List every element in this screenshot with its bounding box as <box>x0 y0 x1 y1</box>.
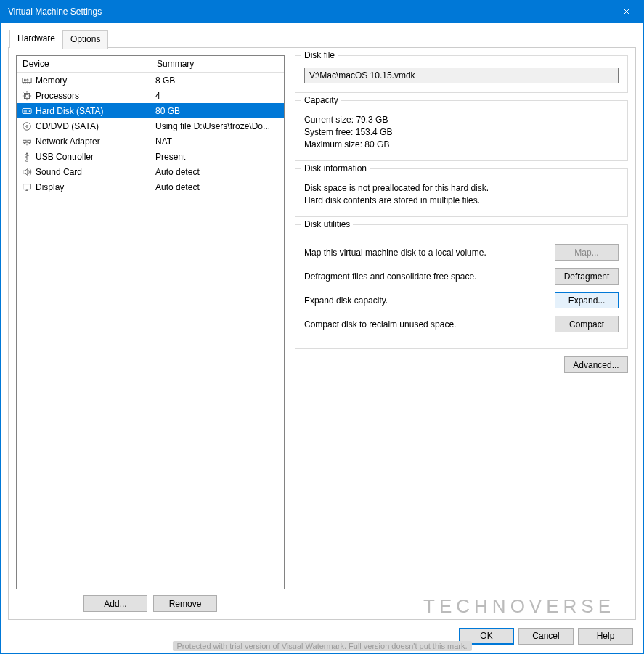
device-row[interactable]: Network AdapterNAT <box>17 134 284 149</box>
group-disk-info: Disk information Disk space is not preal… <box>295 168 628 217</box>
expand-button[interactable]: Expand... <box>555 292 619 308</box>
capacity-current: Current size: 79.3 GB <box>304 115 619 125</box>
column-device[interactable]: Device <box>17 56 151 72</box>
device-row[interactable]: CD/DVD (SATA)Using file D:\Users\froze\D… <box>17 118 284 134</box>
label: Current size: <box>304 115 354 125</box>
value: 153.4 GB <box>356 127 393 137</box>
memory-icon <box>21 75 33 86</box>
defragment-button[interactable]: Defragment <box>555 268 619 285</box>
help-button[interactable]: Help <box>578 628 633 645</box>
group-disk-utilities: Disk utilities Map this virtual machine … <box>295 224 628 349</box>
device-row[interactable]: Processors4 <box>17 88 284 103</box>
vm-settings-window: Virtual Machine Settings Hardware Option… <box>0 0 644 654</box>
display-icon <box>21 181 33 193</box>
util-compact-label: Compact disk to reclaim unused space. <box>304 319 555 330</box>
group-legend: Disk information <box>301 163 370 173</box>
window-title: Virtual Machine Settings <box>8 7 610 17</box>
cpu-icon <box>21 90 33 102</box>
watermark-notice: Protected with trial version of Visual W… <box>172 641 471 651</box>
util-expand-label: Expand disk capacity. <box>304 295 555 306</box>
device-summary: 4 <box>155 91 281 101</box>
value: 80 GB <box>364 139 389 150</box>
label: System free: <box>304 127 353 137</box>
device-name: Memory <box>36 75 155 86</box>
usb-icon <box>21 151 33 163</box>
close-button[interactable] <box>610 1 643 23</box>
value: 79.3 GB <box>356 115 388 125</box>
cd-icon <box>21 120 33 132</box>
hdd-icon <box>21 105 33 117</box>
group-disk-file: Disk file <box>295 55 628 93</box>
svg-point-6 <box>26 125 28 127</box>
svg-rect-9 <box>23 184 31 189</box>
device-row[interactable]: Sound CardAuto detect <box>17 164 284 179</box>
util-map-label: Map this virtual machine disk to a local… <box>304 248 555 258</box>
tab-panel: Device Summary Memory8 GBProcessors4Hard… <box>8 47 636 620</box>
device-name: USB Controller <box>36 152 155 162</box>
sound-icon <box>21 166 33 178</box>
tab-strip: Hardware Options <box>9 30 636 48</box>
net-icon <box>21 136 33 147</box>
disk-file-path[interactable] <box>304 68 619 83</box>
cancel-button[interactable]: Cancel <box>518 628 574 645</box>
svg-point-4 <box>29 110 30 112</box>
device-buttons: Add... Remove <box>16 595 285 612</box>
tab-label: Hardware <box>17 33 55 44</box>
tab-label: Options <box>70 34 100 44</box>
advanced-row: Advanced... <box>295 356 628 373</box>
device-summary: Using file D:\Users\froze\Do... <box>155 121 281 131</box>
svg-rect-8 <box>28 140 30 143</box>
capacity-free: System free: 153.4 GB <box>304 127 619 137</box>
tab-options[interactable]: Options <box>62 30 108 49</box>
group-legend: Capacity <box>301 95 341 105</box>
left-panel: Device Summary Memory8 GBProcessors4Hard… <box>16 55 285 612</box>
device-list[interactable]: Device Summary Memory8 GBProcessors4Hard… <box>16 55 285 589</box>
group-legend: Disk utilities <box>301 219 353 229</box>
column-summary[interactable]: Summary <box>151 56 284 72</box>
util-defrag-label: Defragment files and consolidate free sp… <box>304 271 555 282</box>
device-summary: Present <box>155 152 281 162</box>
device-row[interactable]: Hard Disk (SATA)80 GB <box>17 103 284 118</box>
device-name: Sound Card <box>36 167 155 177</box>
tab-hardware[interactable]: Hardware <box>9 30 63 48</box>
device-summary: Auto detect <box>155 167 281 177</box>
svg-rect-7 <box>23 140 26 143</box>
device-row[interactable]: USB ControllerPresent <box>17 149 284 164</box>
device-name: CD/DVD (SATA) <box>36 121 155 131</box>
svg-point-5 <box>23 122 31 130</box>
label: Maximum size: <box>304 139 362 150</box>
device-summary: Auto detect <box>155 182 281 192</box>
group-capacity: Capacity Current size: 79.3 GB System fr… <box>295 100 628 161</box>
device-summary: 80 GB <box>155 106 281 116</box>
device-name: Processors <box>36 91 155 101</box>
device-name: Network Adapter <box>36 136 155 147</box>
device-row[interactable]: DisplayAuto detect <box>17 179 284 195</box>
group-legend: Disk file <box>301 50 338 60</box>
disk-info-line: Disk space is not preallocated for this … <box>304 183 619 193</box>
right-panel: Disk file Capacity Current size: 79.3 GB… <box>295 55 628 612</box>
device-summary: 8 GB <box>155 75 281 86</box>
capacity-max: Maximum size: 80 GB <box>304 139 619 150</box>
dialog-content: Hardware Options Device Summary Memory8 … <box>1 23 643 624</box>
disk-info-line: Hard disk contents are stored in multipl… <box>304 195 619 205</box>
titlebar: Virtual Machine Settings <box>1 1 643 23</box>
compact-button[interactable]: Compact <box>555 316 619 332</box>
close-icon <box>623 8 630 15</box>
svg-rect-1 <box>25 93 30 98</box>
device-summary: NAT <box>155 136 281 147</box>
device-row[interactable]: Memory8 GB <box>17 73 284 88</box>
svg-rect-2 <box>25 94 28 97</box>
remove-device-button[interactable]: Remove <box>153 595 217 612</box>
list-header: Device Summary <box>17 56 284 73</box>
add-device-button[interactable]: Add... <box>83 595 147 612</box>
map-button[interactable]: Map... <box>555 244 619 261</box>
advanced-button[interactable]: Advanced... <box>564 356 628 373</box>
device-name: Display <box>36 182 155 192</box>
device-name: Hard Disk (SATA) <box>36 106 155 116</box>
